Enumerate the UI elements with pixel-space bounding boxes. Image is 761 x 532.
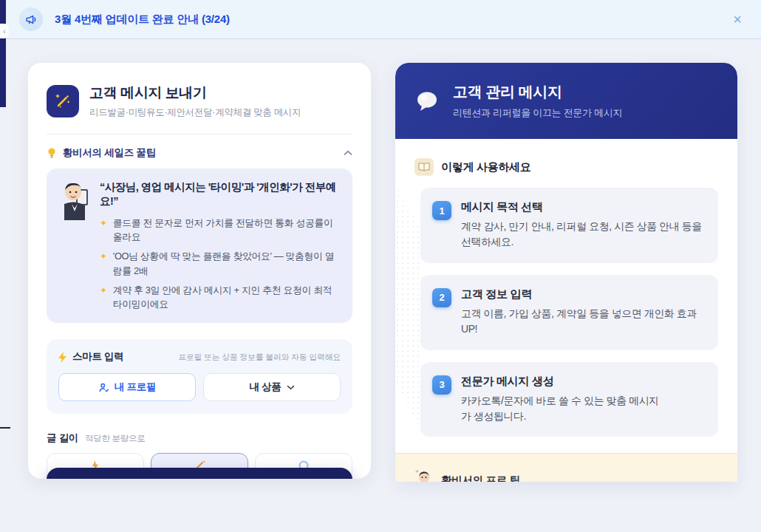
assistant-avatar-small [414,470,434,482]
smart-input-section: 스마트 입력 프로필 또는 상품 정보를 불러와 자동 입력해요 내 프로필 내… [47,339,352,414]
length-section-header: 글 길이 적당한 분량으로 [47,432,352,445]
compose-message-card: 고객 메시지 보내기 리드발굴·미팅유도·제안서전달·계약체결 맞춤 메시지 황… [28,63,371,479]
compose-title-block: 고객 메시지 보내기 리드발굴·미팅유도·제안서전달·계약체결 맞춤 메시지 [89,83,301,119]
update-banner: 3월 4번째 업데이트 완료 안내 (3/24) × [6,0,761,39]
step-desc: 카카오톡/문자에 바로 쓸 수 있는 맞춤 메시지가 생성됩니다. [461,393,668,425]
lightning-icon [58,352,67,363]
tip-text: 'OO님 상황에 딱 맞는 플랜을 찾았어요' — 맞춤형이 열람률 2배 [113,249,341,277]
my-products-button[interactable]: 내 상품 [203,373,341,401]
banner-text: 3월 4번째 업데이트 완료 안내 (3/24) [55,13,230,27]
step-title: 메시지 목적 선택 [461,200,705,214]
book-icon [414,158,434,176]
tips-quote: “사장님, 영업 메시지는 '타이밍'과 '개인화'가 전부예요!” [100,180,341,208]
howto-title: 이렇게 사용하세요 [441,160,530,174]
dot-pattern-decoration [395,183,420,427]
smart-input-buttons: 내 프로필 내 상품 [58,373,341,401]
magic-wand-icon [47,85,79,117]
manage-title-block: 고객 관리 메시지 리텐션과 리퍼럴을 이끄는 전문가 메시지 [453,82,622,120]
step-content: 메시지 목적 선택 계약 감사, 만기 안내, 리퍼럴 요청, 시즌 상품 안내… [461,200,705,250]
sparkle-icon: ✦ [100,250,107,277]
step-card-2: 2 고객 정보 입력 고객 이름, 가입 상품, 계약일 등을 넣으면 개인화 … [420,275,718,350]
generate-message-button[interactable]: 메시지 생성하기 [47,468,352,479]
sales-tips-toggle[interactable]: 황비서의 세일즈 꿀팁 [47,146,352,160]
sidebar-strip [0,0,6,107]
divider [47,134,352,134]
my-profile-button[interactable]: 내 프로필 [58,373,196,401]
step-card-1: 1 메시지 목적 선택 계약 감사, 만기 안내, 리퍼럴 요청, 시즌 상품 … [420,188,718,263]
lightbulb-icon [47,147,57,159]
manage-header: 고객 관리 메시지 리텐션과 리퍼럴을 이끄는 전문가 메시지 [395,63,737,139]
step-title: 고객 정보 입력 [461,287,705,301]
compose-header: 고객 메시지 보내기 리드발굴·미팅유도·제안서전달·계약체결 맞춤 메시지 [47,83,352,119]
sales-tips-title: 황비서의 세일즈 꿀팁 [63,146,156,160]
person-check-icon [98,382,109,393]
smart-input-header: 스마트 입력 프로필 또는 상품 정보를 불러와 자동 입력해요 [58,350,341,364]
smart-input-hint: 프로필 또는 상품 정보를 불러와 자동 입력해요 [178,352,341,363]
step-number-badge: 1 [432,201,451,220]
tip-item: ✦ 계약 후 3일 안에 감사 메시지 + 지인 추천 요청이 최적 타이밍이에… [100,283,341,311]
tip-item: ✦ 'OO님 상황에 딱 맞는 플랜을 찾았어요' — 맞춤형이 열람률 2배 [100,249,341,277]
my-profile-label: 내 프로필 [115,381,156,394]
manage-body: 이렇게 사용하세요 1 메시지 목적 선택 계약 감사, 만기 안내, 리퍼럴 … [395,139,737,437]
step-number-badge: 2 [432,288,451,307]
sales-tips-box: “사장님, 영업 메시지는 '타이밍'과 '개인화'가 전부예요!” ✦ 콜드콜… [47,168,352,323]
close-icon[interactable]: × [730,9,745,30]
length-label: 글 길이 [47,432,78,445]
step-content: 전문가 메시지 생성 카카오톡/문자에 바로 쓸 수 있는 맞춤 메시지가 생성… [461,375,668,425]
manage-title: 고객 관리 메시지 [453,82,622,102]
smart-input-title: 스마트 입력 [72,350,123,364]
chevron-left-icon: ‹ [3,27,5,35]
sparkle-icon: ✦ [100,216,107,244]
pro-tip-title: 황비서의 프로 팁 [441,474,520,482]
step-desc: 고객 이름, 가입 상품, 계약일 등을 넣으면 개인화 효과 UP! [461,306,705,338]
page-title: 고객 메시지 보내기 [89,83,301,103]
step-title: 전문가 메시지 생성 [461,375,668,389]
pro-tip-section: 황비서의 프로 팁 계약 후 3일 안에 보내는 감사 메시지가 리퍼럴율을 높… [395,453,737,482]
pro-tip-header: 황비서의 프로 팁 [414,470,718,482]
manage-subtitle: 리텐션과 리퍼럴을 이끄는 전문가 메시지 [453,106,622,120]
chevron-up-icon [344,150,352,156]
length-hint: 적당한 분량으로 [85,433,145,444]
sales-tips-content: “사장님, 영업 메시지는 '타이밍'과 '개인화'가 전부예요!” ✦ 콜드콜… [100,179,341,311]
megaphone-icon [19,7,43,31]
speech-bubble-icon [414,89,440,113]
assistant-avatar [57,179,92,311]
howto-header: 이렇게 사용하세요 [414,158,718,176]
tip-text: 계약 후 3일 안에 감사 메시지 + 지인 추천 요청이 최적 타이밍이에요 [113,283,341,311]
my-products-label: 내 상품 [249,381,281,394]
manage-message-card: 고객 관리 메시지 리텐션과 리퍼럴을 이끄는 전문가 메시지 이렇게 사용하세… [395,63,737,482]
page-subtitle: 리드발굴·미팅유도·제안서전달·계약체결 맞춤 메시지 [89,106,301,119]
chevron-down-icon [287,385,295,390]
sidebar-collapse-button[interactable]: ‹ [0,24,9,38]
step-content: 고객 정보 입력 고객 이름, 가입 상품, 계약일 등을 넣으면 개인화 효과… [461,287,705,338]
step-number-badge: 3 [432,375,451,395]
step-desc: 계약 감사, 만기 안내, 리퍼럴 요청, 시즌 상품 안내 등을 선택하세요. [461,219,705,250]
sparkle-icon: ✦ [100,284,107,311]
step-card-3: 3 전문가 메시지 생성 카카오톡/문자에 바로 쓸 수 있는 맞춤 메시지가 … [420,362,718,437]
scroll-indicator [0,427,10,429]
tip-text: 콜드콜 전 문자로 먼저 가치를 전달하면 통화 성공률이 올라요 [113,216,341,244]
tip-item: ✦ 콜드콜 전 문자로 먼저 가치를 전달하면 통화 성공률이 올라요 [100,216,341,244]
